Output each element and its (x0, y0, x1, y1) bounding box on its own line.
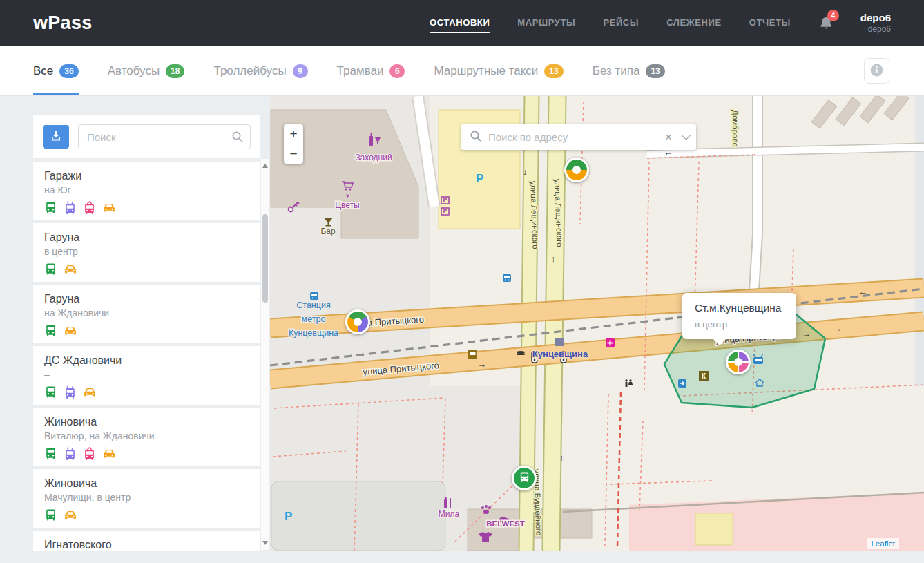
tab-label: Трамваи (337, 64, 384, 78)
poi-label-bar: Бар (320, 227, 336, 236)
stop-marker-selected[interactable] (726, 350, 751, 374)
road-arrow: ↓ (523, 166, 528, 177)
filter-tabs-bar: Все36Автобусы18Троллейбусы9Трамваи6Маршр… (0, 46, 924, 96)
stop-title: Игнатовского (44, 539, 249, 551)
stop-subtitle: – (44, 369, 249, 380)
stop-transport-icons (44, 263, 249, 276)
fastfood-icon (517, 351, 525, 355)
stop-subtitle: Виталюр, на Ждановичи (44, 430, 249, 441)
stop-list-item-5[interactable]: ЖиновичаМачулищи, в центр (33, 469, 260, 528)
map-zoom-control: + − (284, 124, 303, 164)
taxi-icon (64, 508, 77, 522)
stop-title: Гаражи (44, 170, 249, 182)
map-canvas[interactable]: К улица Приты (270, 96, 924, 551)
road-arrow: → (833, 323, 842, 334)
clear-icon[interactable]: × (661, 131, 676, 144)
stop-list-item-4[interactable]: ЖиновичаВиталюр, на Ждановичи (33, 408, 260, 466)
notifications-button[interactable]: 4 (820, 16, 833, 30)
tab-1[interactable]: Автобусы18 (108, 46, 185, 95)
stop-title: Гаруна (44, 231, 249, 244)
road-arrow: → (477, 359, 486, 370)
road-arrow: ↑ (551, 254, 556, 264)
zoom-out-button[interactable]: − (284, 144, 303, 164)
nav-item-1[interactable]: МАРШРУТЫ (517, 13, 575, 33)
metro-station-label-1: Станция (296, 300, 330, 310)
stop-list-item-0[interactable]: Гаражина Юг (33, 162, 260, 220)
user-menu[interactable]: depo6 depo6 (860, 12, 891, 35)
metro-station-label-3: Кунцевщина (289, 328, 338, 338)
stop-transport-icons (44, 385, 249, 399)
metro-station-label-2: метро (302, 314, 326, 324)
parking-label-1: P (476, 172, 483, 185)
bus-stop-marker[interactable] (512, 466, 537, 490)
poi-label-zahodniy: Заходний (355, 153, 392, 162)
stop-subtitle: на Юг (44, 184, 249, 195)
download-button[interactable] (43, 125, 69, 149)
tab-5[interactable]: Без типа13 (593, 46, 665, 95)
stop-transport-icons (44, 508, 249, 522)
bus-icon (44, 447, 57, 460)
building-yellow-small (695, 513, 733, 545)
tab-label: Без типа (593, 64, 640, 78)
address-search-input[interactable] (488, 131, 661, 143)
stop-title: Жиновича (44, 416, 249, 428)
nav-item-2[interactable]: РЕЙСЫ (603, 13, 639, 33)
nav-item-3[interactable]: СЛЕЖЕНИЕ (666, 13, 721, 33)
popup-arrow (713, 338, 726, 345)
stop-subtitle: Мачулищи, в центр (44, 492, 249, 503)
tab-3[interactable]: Трамваи6 (337, 46, 405, 95)
bus-icon (44, 508, 57, 522)
tab-label: Маршрутные такси (434, 64, 538, 78)
taxi-icon (102, 201, 116, 214)
download-icon (50, 131, 61, 144)
user-name: depo6 (860, 12, 891, 25)
stop-list-item-6[interactable]: Игнатовского– (33, 531, 260, 551)
scroll-down-arrow[interactable] (262, 541, 268, 546)
leaflet-link[interactable]: Leaflet (871, 540, 895, 548)
nav-item-0[interactable]: ОСТАНОВКИ (430, 13, 490, 33)
tab-label: Автобусы (108, 64, 160, 78)
stop-marker-donut[interactable] (564, 158, 589, 182)
bus-icon (44, 324, 57, 337)
road-arrow: ↑ (559, 452, 564, 463)
sidebar-header (33, 115, 260, 158)
sidebar-scrollbar[interactable] (260, 158, 270, 551)
stop-subtitle: на Ждановичи (44, 307, 249, 318)
trolleybus-icon (64, 385, 77, 399)
entrance-icon (678, 379, 686, 388)
poi-label-mila: Мила (439, 509, 460, 519)
bus-icon (44, 263, 57, 276)
tab-2[interactable]: Троллейбусы9 (213, 46, 307, 95)
busstop-icon-1 (310, 292, 318, 300)
address-search-box: × (461, 124, 696, 150)
map-attribution: Leaflet (867, 538, 899, 549)
zoom-in-button[interactable]: + (284, 124, 303, 144)
scroll-up-arrow[interactable] (262, 162, 268, 168)
tabs-container: Все36Автобусы18Троллейбусы9Трамваи6Маршр… (33, 46, 665, 95)
stop-marker-pie[interactable] (345, 309, 370, 334)
tab-count-badge: 6 (389, 64, 405, 78)
tab-count-badge: 9 (293, 64, 308, 78)
scroll-thumb[interactable] (262, 214, 268, 303)
poi-label-tsvety: Цветы (335, 200, 360, 210)
tab-0[interactable]: Все36 (33, 46, 79, 95)
stop-list-item-3[interactable]: ДС Ждановичи– (33, 346, 260, 405)
chevron-down-icon[interactable] (682, 131, 691, 140)
popup-subtitle: в центр (695, 319, 784, 330)
shop-k-icon: К (699, 371, 709, 381)
stop-list-item-1[interactable]: Гарунав центр (33, 223, 260, 282)
stop-list-item-2[interactable]: Гарунана Ждановичи (33, 285, 260, 343)
app-logo: wPass (33, 12, 93, 34)
tab-4[interactable]: Маршрутные такси13 (434, 46, 563, 95)
trolleybus-icon (64, 447, 77, 460)
search-input[interactable] (78, 124, 251, 149)
stop-transport-icons (44, 324, 249, 337)
nav-item-4[interactable]: ОТЧЕТЫ (749, 13, 791, 33)
metro-name-label: Кунцевщина (532, 349, 588, 359)
info-button[interactable] (864, 58, 889, 84)
tab-count-badge: 18 (166, 64, 184, 78)
tab-label: Троллейбусы (213, 64, 286, 78)
tab-count-badge: 13 (646, 64, 664, 78)
road-arrow: ← (858, 287, 867, 297)
tab-count-badge: 13 (544, 64, 563, 78)
